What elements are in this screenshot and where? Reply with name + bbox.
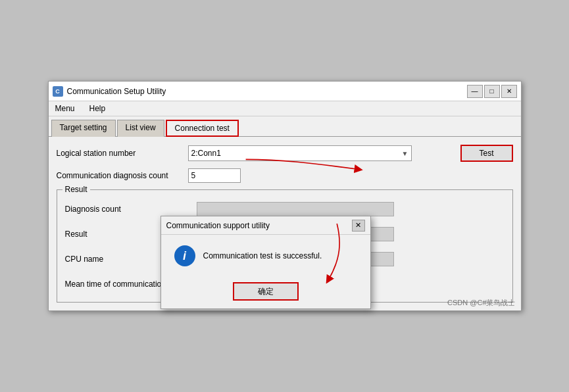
minimize-button[interactable]: — [467, 85, 483, 98]
test-button[interactable]: Test [460, 145, 513, 162]
ok-button[interactable]: 确定 [233, 282, 299, 301]
title-controls: — □ ✕ [467, 85, 517, 98]
watermark: CSDN @C#菜鸟战士 [447, 298, 515, 308]
menu-bar: Menu Help [49, 101, 521, 116]
tab-connection-test[interactable]: Connection test [166, 120, 239, 137]
dropdown-arrow-icon: ▼ [402, 150, 408, 157]
tab-list-view[interactable]: List view [117, 120, 164, 137]
dialog: Communication support utility ✕ i Commun… [161, 216, 371, 309]
content-area: Logical station number 2:Conn1 ▼ Test Co… [49, 137, 521, 310]
diag-count-input[interactable] [188, 168, 241, 183]
window-title: Communication Setup Utility [67, 87, 166, 96]
title-bar: C Communication Setup Utility — □ ✕ [49, 82, 521, 101]
info-icon: i [174, 245, 195, 266]
diag-count-row: Communication diagnosis count [57, 168, 513, 183]
diagnosis-count-label: Diagnosis count [65, 205, 197, 214]
logical-station-dropdown[interactable]: 2:Conn1 ▼ [188, 145, 412, 161]
dropdown-value: 2:Conn1 [191, 149, 221, 158]
app-icon: C [53, 86, 63, 97]
tab-target-setting[interactable]: Target setting [51, 120, 116, 137]
result-group-label: Result [62, 185, 90, 194]
dialog-message: Communication test is successful. [203, 251, 322, 260]
menu-item-menu[interactable]: Menu [51, 103, 79, 114]
main-window: C Communication Setup Utility — □ ✕ Menu… [48, 81, 522, 311]
logical-station-controls: 2:Conn1 ▼ Test [188, 145, 513, 162]
logical-station-label: Logical station number [57, 149, 188, 158]
dialog-content: i Communication test is successful. [161, 235, 370, 277]
close-button[interactable]: ✕ [501, 85, 517, 98]
diagnosis-count-value [197, 202, 394, 216]
dialog-title: Communication support utility [166, 221, 270, 230]
tab-bar: Target setting List view Connection test [49, 116, 521, 137]
title-bar-left: C Communication Setup Utility [53, 86, 166, 97]
diag-count-label: Communication diagnosis count [57, 171, 188, 180]
menu-item-help[interactable]: Help [86, 103, 110, 114]
dialog-footer: 确定 [161, 277, 370, 308]
diagnosis-count-row: Diagnosis count [65, 202, 505, 216]
dialog-title-bar: Communication support utility ✕ [161, 216, 370, 235]
dialog-close-button[interactable]: ✕ [352, 220, 365, 232]
maximize-button[interactable]: □ [484, 85, 500, 98]
logical-station-row: Logical station number 2:Conn1 ▼ Test [57, 145, 513, 162]
